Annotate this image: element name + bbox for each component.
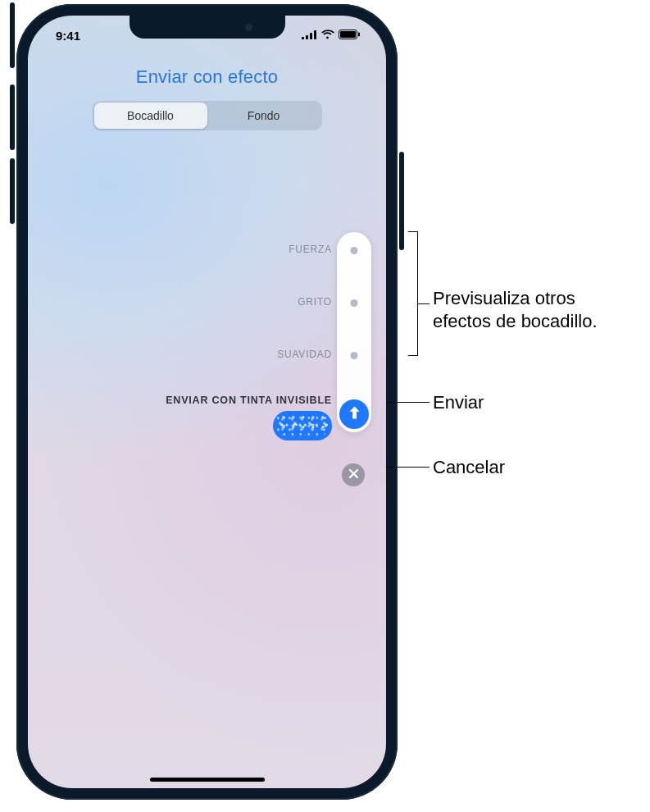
callout-send: Enviar	[433, 391, 484, 414]
invisible-ink-texture	[277, 416, 328, 436]
phone-frame: 9:41 Enviar con efecto Bocadillo Fondo	[16, 4, 398, 800]
wifi-icon	[320, 28, 334, 43]
effect-gentle-label: SUAVIDAD	[277, 349, 332, 360]
svg-rect-6	[358, 33, 360, 37]
effect-dot-gentle[interactable]	[351, 352, 358, 359]
effect-dot-slam[interactable]	[351, 247, 358, 254]
effects-area: FUERZA GRITO SUAVIDAD ENVIAR CON TINTA I…	[28, 237, 386, 500]
segmented-control: Bocadillo Fondo	[93, 101, 322, 130]
effect-loud-label: GRITO	[298, 296, 332, 308]
status-time: 9:41	[51, 29, 80, 43]
cancel-button[interactable]	[342, 463, 365, 486]
effect-selector-rail	[337, 232, 371, 432]
effect-invisible-ink-label: ENVIAR CON TINTA INVISIBLE	[166, 395, 332, 406]
tab-screen[interactable]: Fondo	[207, 103, 320, 129]
battery-icon	[339, 28, 360, 43]
close-icon	[348, 468, 359, 482]
status-icons	[302, 28, 363, 43]
callout-preview: Previsualiza otros efectos de bocadillo.	[433, 287, 638, 333]
svg-rect-2	[310, 33, 312, 39]
arrow-up-icon	[348, 405, 361, 423]
callout-cancel: Cancelar	[433, 456, 505, 479]
callout-bracket	[408, 231, 418, 356]
callout-lead-1	[418, 303, 430, 304]
cellular-icon	[302, 28, 316, 43]
send-button[interactable]	[339, 399, 369, 429]
callout-lead-2	[386, 402, 430, 403]
page-title: Enviar con efecto	[28, 66, 386, 88]
message-bubble-preview	[273, 411, 332, 440]
svg-rect-5	[340, 31, 356, 38]
tab-bubble[interactable]: Bocadillo	[94, 103, 207, 129]
notch	[130, 16, 285, 39]
callout-lead-3	[386, 467, 430, 468]
svg-rect-0	[302, 37, 304, 39]
screen: 9:41 Enviar con efecto Bocadillo Fondo	[28, 16, 386, 788]
home-indicator	[150, 778, 265, 782]
svg-rect-1	[306, 35, 308, 39]
effect-dot-loud[interactable]	[351, 299, 358, 307]
effect-slam-label: FUERZA	[289, 244, 332, 255]
svg-rect-3	[314, 30, 316, 39]
